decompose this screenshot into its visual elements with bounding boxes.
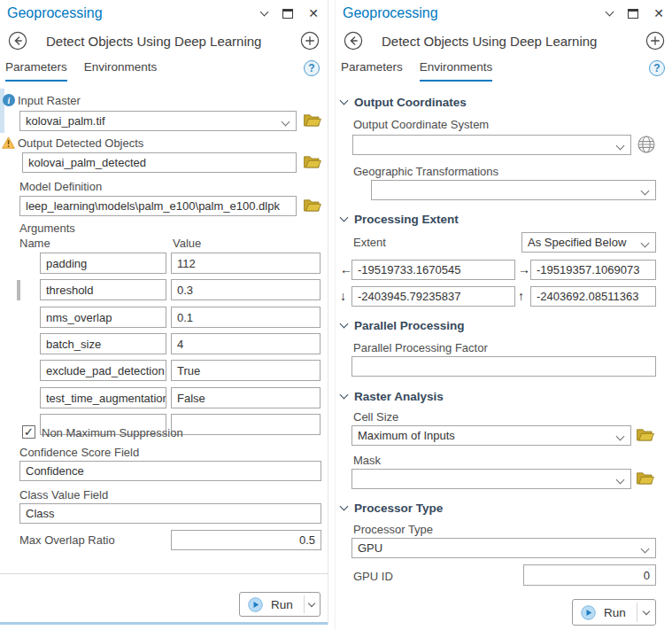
output-detected-field[interactable]: kolovai_palm_detected (22, 152, 297, 173)
model-definition-value: leep_learning\models\palm_e100\palm_e100… (26, 199, 280, 213)
argument-value-cell[interactable]: 0.3 (171, 279, 321, 300)
argument-value-cell[interactable] (171, 414, 321, 435)
confidence-field[interactable]: Confidence (19, 461, 321, 481)
pane-menu-chevron-icon[interactable] (606, 8, 614, 17)
class-value-field[interactable]: Class (19, 503, 321, 524)
tool-title-row: Detect Objects Using Deep Learning (0, 27, 328, 54)
arguments-label: Arguments (19, 222, 75, 235)
tab-parameters[interactable]: Parameters (5, 60, 67, 82)
pane-bottom-accent (0, 622, 328, 625)
geographic-transformations-combo[interactable] (371, 180, 656, 200)
left-arrow-icon: ← (340, 262, 352, 276)
pane-menu-chevron-icon[interactable] (260, 8, 269, 17)
argument-name-cell[interactable]: exclude_pad_detection (40, 360, 166, 381)
extent-ymax-field[interactable]: -2403692.08511363 (530, 286, 656, 307)
pane-dock-icon[interactable] (628, 9, 638, 19)
argument-name-cell[interactable]: padding (40, 253, 166, 274)
input-raster-label: Input Raster (18, 94, 81, 107)
model-definition-field[interactable]: leep_learning\models\palm_e100\palm_e100… (19, 196, 297, 216)
section-processing-extent[interactable]: Processing Extent (341, 213, 459, 226)
max-overlap-label: Max Overlap Ratio (19, 533, 115, 547)
plus-icon (300, 31, 320, 51)
run-dropdown[interactable] (305, 593, 320, 616)
pane-dock-icon[interactable] (282, 9, 293, 19)
output-coordinate-system-combo[interactable] (352, 135, 631, 155)
tool-title: Detect Objects Using Deep Learning (382, 34, 645, 49)
gpu-id-field[interactable]: 0 (523, 564, 656, 586)
help-icon[interactable]: ? (649, 60, 665, 76)
chevron-down-icon (340, 97, 349, 105)
run-button[interactable]: Run (572, 599, 656, 626)
close-icon[interactable]: ✕ (653, 7, 664, 19)
max-overlap-field[interactable]: 0.5 (171, 530, 321, 550)
globe-icon (636, 134, 657, 155)
cell-size-combo[interactable]: Maximum of Inputs (351, 425, 631, 446)
processor-type-label: Processor Type (353, 523, 433, 536)
section-processor-type[interactable]: Processor Type (341, 502, 443, 515)
geoprocessing-pane-environments: Geoprocessing ✕ Detect Objects Using Dee… (335, 0, 672, 630)
help-icon[interactable]: ? (304, 60, 320, 76)
add-to-model-button[interactable] (645, 31, 665, 51)
chevron-down-icon (340, 320, 349, 329)
processor-type-combo[interactable]: GPU (351, 538, 656, 558)
info-icon: i (3, 94, 15, 106)
tool-title: Detect Objects Using Deep Learning (46, 34, 300, 49)
chevron-down-icon (616, 142, 625, 151)
chevron-down-icon (340, 502, 349, 511)
run-button[interactable]: Run (239, 592, 321, 617)
browse-model-button[interactable] (304, 198, 321, 212)
mask-combo[interactable] (351, 469, 631, 489)
extent-label: Extent (353, 236, 386, 249)
pane-title: Geoprocessing (343, 5, 606, 21)
argument-value-cell[interactable]: 0.1 (171, 307, 321, 328)
chevron-down-icon (340, 214, 349, 222)
extent-xmax-field[interactable]: -19519357.1069073 (530, 260, 656, 280)
argument-name-cell[interactable]: nms_overlap (40, 307, 166, 328)
input-raster-combo[interactable]: kolovai_palm.tif (19, 111, 297, 131)
argument-value-cell[interactable]: 4 (171, 333, 321, 354)
row-selector-bar[interactable] (17, 280, 20, 300)
back-arrow-icon (8, 31, 27, 51)
right-arrow-icon: → (518, 262, 530, 276)
extent-mode-combo[interactable]: As Specified Below (521, 232, 656, 253)
section-parallel-processing[interactable]: Parallel Processing (341, 319, 465, 332)
tab-parameters[interactable]: Parameters (341, 60, 403, 82)
back-button[interactable] (344, 31, 363, 51)
chevron-down-icon (340, 391, 349, 400)
output-detected-value: kolovai_palm_detected (28, 156, 146, 169)
select-coordinate-system-button[interactable] (636, 134, 657, 155)
arguments-name-header: Name (19, 237, 50, 250)
nms-checkbox-label[interactable]: Non Maximum Suppression (42, 426, 183, 439)
extent-xmin-field[interactable]: -19519733.1670545 (351, 260, 515, 280)
argument-value-cell[interactable]: True (171, 360, 321, 381)
ocs-label: Output Coordinate System (353, 118, 489, 131)
up-arrow-icon: ↑ (518, 289, 524, 303)
back-arrow-icon (344, 31, 363, 51)
tab-environments[interactable]: Environments (84, 60, 158, 82)
section-raster-analysis[interactable]: Raster Analysis (341, 390, 444, 403)
close-icon[interactable]: ✕ (308, 7, 319, 19)
argument-name-cell[interactable]: test_time_augmentation (40, 387, 166, 408)
add-to-model-button[interactable] (300, 31, 320, 51)
browse-output-button[interactable] (304, 155, 321, 168)
run-dropdown[interactable] (637, 600, 655, 625)
argument-name-cell[interactable]: threshold (40, 279, 166, 300)
section-output-coordinates[interactable]: Output Coordinates (341, 96, 467, 109)
folder-icon (304, 113, 321, 127)
extent-ymin-field[interactable]: -2403945.79235837 (351, 286, 515, 307)
browse-mask-button[interactable] (637, 471, 654, 485)
folder-icon (304, 198, 321, 212)
browse-input-raster-button[interactable] (304, 113, 321, 127)
parallel-factor-field[interactable] (351, 356, 656, 377)
browse-cell-size-button[interactable] (637, 428, 654, 441)
argument-value-cell[interactable]: 112 (171, 253, 321, 274)
back-button[interactable] (8, 31, 27, 51)
tab-environments[interactable]: Environments (420, 60, 493, 82)
pane-header: Geoprocessing ✕ (0, 0, 328, 25)
chevron-down-icon (641, 187, 650, 196)
output-detected-label: Output Detected Objects (18, 136, 143, 150)
nms-checkbox[interactable]: ✓ (22, 425, 35, 439)
argument-value-cell[interactable]: False (171, 387, 321, 408)
argument-name-cell[interactable]: batch_size (40, 333, 166, 354)
mask-label: Mask (353, 454, 381, 467)
